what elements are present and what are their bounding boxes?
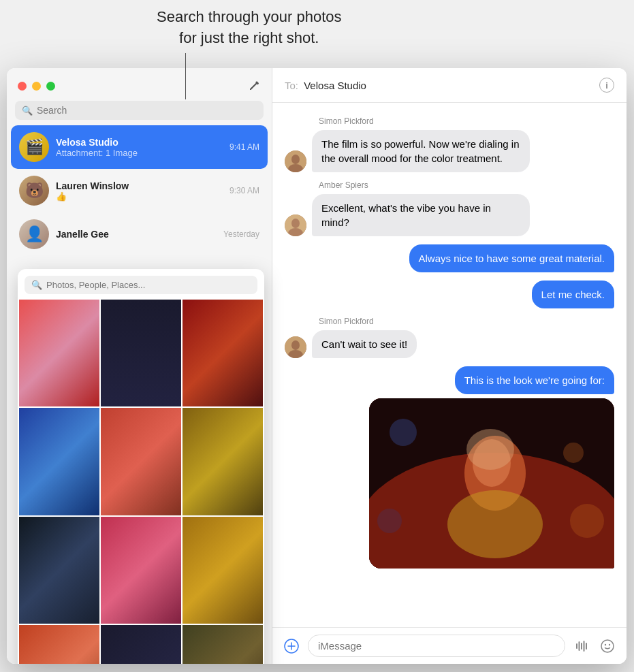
conversation-item-lauren[interactable]: 🐻 Lauren Winslow 👍 9:30 AM <box>11 169 268 212</box>
input-bar <box>272 627 627 664</box>
avatar-velosa: 🎬 <box>19 132 49 162</box>
conv-name-janelle: Janelle Gee <box>56 229 217 240</box>
messages-area: Simon Pickford The film is so powerful. … <box>272 103 627 627</box>
message-group-simon-2: Simon Pickford Can't wait to see it! <box>285 317 614 358</box>
message-group-amber: Amber Spiers Excellent, what's the vibe … <box>285 180 614 236</box>
photo-cell-8[interactable] <box>101 517 181 624</box>
conversation-item-velosa[interactable]: 🎬 Velosa Studio Attachment: 1 Image 9:41… <box>11 125 268 169</box>
message-row-outgoing-2: Let me check. <box>285 281 614 308</box>
message-row-simon-2: Can't wait to see it! <box>285 330 614 358</box>
annotation-text: Search through your photos for just the … <box>157 7 342 49</box>
messages-panel: To: Velosa Studio i Simon Pickford <box>272 68 627 664</box>
avatar-simon-2 <box>285 336 306 358</box>
conv-preview-lauren: 👍 <box>56 191 223 202</box>
bubble-amber: Excellent, what's the vibe you have in m… <box>312 194 530 236</box>
to-label: To: <box>285 80 298 91</box>
svg-rect-22 <box>581 643 582 650</box>
svg-point-13 <box>447 490 543 558</box>
photo-cell-3[interactable] <box>183 300 263 406</box>
photos-search-input[interactable] <box>46 280 251 290</box>
shared-image[interactable] <box>369 398 614 569</box>
conv-time-janelle: Yesterday <box>223 229 259 239</box>
photo-grid <box>18 300 264 664</box>
message-group-simon-1: Simon Pickford The film is so powerful. … <box>285 116 614 172</box>
emoji-button[interactable] <box>598 637 617 656</box>
bubble-outgoing-3: This is the look we're going for: <box>455 366 614 394</box>
conversation-item-janelle[interactable]: 👤 Janelle Gee Yesterday <box>11 212 268 256</box>
photo-cell-4[interactable] <box>19 408 99 515</box>
svg-point-26 <box>605 643 606 645</box>
photo-cell-10[interactable] <box>19 625 99 664</box>
photos-search-icon: 🔍 <box>31 280 42 290</box>
search-icon: 🔍 <box>22 106 33 116</box>
message-group-outgoing-image: This is the look we're going for: <box>285 366 614 569</box>
minimize-button[interactable] <box>32 82 41 91</box>
messages-window: 🔍 🎬 Velosa Studio Attachment: 1 Image 9:… <box>7 68 627 664</box>
message-input[interactable] <box>308 635 565 657</box>
photo-cell-11[interactable] <box>101 625 181 664</box>
svg-point-4 <box>291 219 300 228</box>
message-row-amber: Excellent, what's the vibe you have in m… <box>285 194 614 236</box>
photo-cell-6[interactable] <box>183 408 263 515</box>
svg-point-25 <box>601 640 614 652</box>
conv-details-velosa: Velosa Studio Attachment: 1 Image <box>56 137 223 158</box>
svg-rect-21 <box>579 641 580 651</box>
recipient-name: Velosa Studio <box>304 80 366 91</box>
photos-search-bar[interactable]: 🔍 <box>25 276 257 294</box>
photo-cell-1[interactable] <box>19 300 99 406</box>
photo-cell-7[interactable] <box>19 517 99 624</box>
bubble-outgoing-1: Always nice to have some great material. <box>409 244 614 272</box>
compose-button[interactable] <box>247 79 261 93</box>
sender-name-amber: Amber Spiers <box>319 180 614 190</box>
conv-preview-velosa: Attachment: 1 Image <box>56 148 223 158</box>
message-row-outgoing-1: Always nice to have some great material. <box>285 244 614 272</box>
photo-cell-12[interactable] <box>183 625 263 664</box>
conv-details-janelle: Janelle Gee <box>56 229 217 240</box>
bubble-outgoing-2: Let me check. <box>532 281 614 308</box>
search-bar[interactable]: 🔍 <box>15 101 264 120</box>
maximize-button[interactable] <box>46 82 55 91</box>
svg-rect-24 <box>586 643 587 650</box>
svg-rect-23 <box>584 641 585 652</box>
svg-point-14 <box>466 429 514 470</box>
conv-details-lauren: Lauren Winslow 👍 <box>56 180 223 202</box>
sender-name-simon-2: Simon Pickford <box>319 317 614 326</box>
sender-name-simon: Simon Pickford <box>319 116 614 126</box>
title-bar <box>7 68 272 98</box>
traffic-lights <box>18 82 55 91</box>
conv-time-lauren: 9:30 AM <box>229 186 259 195</box>
photo-cell-9[interactable] <box>183 517 263 624</box>
svg-point-15 <box>390 419 417 446</box>
info-button[interactable]: i <box>599 78 614 93</box>
svg-point-1 <box>291 155 300 164</box>
conversations-panel: 🔍 🎬 Velosa Studio Attachment: 1 Image 9:… <box>7 68 272 664</box>
conv-time-velosa: 9:41 AM <box>229 142 259 152</box>
photo-cell-2[interactable] <box>101 300 181 406</box>
to-field: To: Velosa Studio <box>285 80 366 91</box>
bubble-simon-1: The film is so powerful. Now we're diali… <box>312 130 530 172</box>
app-store-button[interactable] <box>282 637 301 656</box>
avatar-lauren: 🐻 <box>19 176 49 206</box>
svg-point-18 <box>377 509 402 533</box>
svg-point-7 <box>291 340 300 350</box>
annotation-line <box>185 53 186 99</box>
avatar-simon <box>285 150 306 172</box>
svg-point-17 <box>570 504 604 538</box>
conv-name-lauren: Lauren Winslow <box>56 180 223 191</box>
bubble-simon-2: Can't wait to see it! <box>312 330 417 358</box>
message-row-simon-1: The film is so powerful. Now we're diali… <box>285 130 614 172</box>
avatar-janelle: 👤 <box>19 219 49 249</box>
svg-rect-20 <box>576 643 577 649</box>
photos-panel: 🔍 <box>18 269 264 664</box>
avatar-amber <box>285 214 306 236</box>
close-button[interactable] <box>18 82 27 91</box>
photo-cell-5[interactable] <box>101 408 181 515</box>
messages-header: To: Velosa Studio i <box>272 68 627 103</box>
audio-button[interactable] <box>572 637 591 656</box>
svg-point-27 <box>609 643 610 645</box>
svg-point-16 <box>563 443 584 463</box>
conv-name-velosa: Velosa Studio <box>56 137 223 148</box>
info-icon: i <box>605 80 608 91</box>
search-input[interactable] <box>37 105 257 116</box>
